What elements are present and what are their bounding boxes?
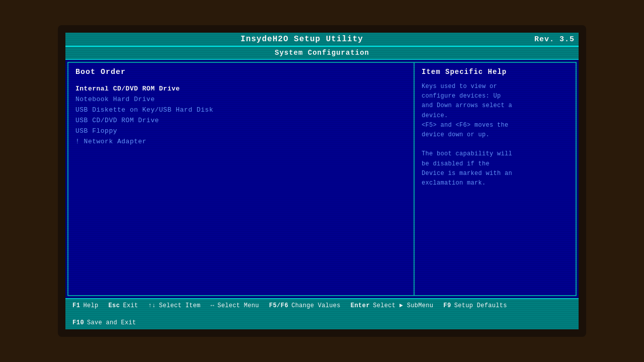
help-line-7: The boot capability will (422, 150, 512, 157)
boot-item-4[interactable]: USB Floppy (75, 126, 407, 136)
app-title: InsydeH2O Setup Utility (69, 35, 534, 44)
footer-item-f10: F10 Save and Exit (72, 319, 136, 326)
key-ud: ↑↓ (148, 302, 156, 309)
help-line-3: device. (422, 112, 448, 119)
help-line-4: <F5> and <F6> moves the (422, 122, 509, 129)
boot-item-2[interactable]: USB Diskette on Key/USB Hard Disk (75, 105, 407, 115)
desc-lr: Select Menu (217, 302, 259, 309)
key-f9: F9 (443, 302, 451, 309)
footer-item-ud: ↑↓ Select Item (148, 302, 201, 309)
desc-f10: Save and Exit (87, 319, 136, 326)
help-line-5: device down or up. (422, 131, 490, 138)
key-f5f6: F5/F6 (269, 302, 289, 309)
help-line-1: configure devices: Up (422, 93, 501, 100)
header-bar: InsydeH2O Setup Utility Rev. 3.5 (65, 33, 579, 47)
main-content-area: Boot Order Internal CD/DVD ROM Drive Not… (67, 62, 577, 296)
right-panel: Item Specific Help Keys used to view or … (415, 63, 576, 295)
help-line-8: be disabled if the (422, 160, 490, 167)
key-enter: Enter (351, 302, 370, 309)
footer-item-f1: F1 Help (72, 302, 98, 309)
section-title: Boot Order (75, 68, 407, 76)
help-line-0: Keys used to view or (422, 83, 497, 90)
footer-item-f9: F9 Setup Defaults (443, 302, 507, 309)
sub-header-bar: System Configuration (65, 47, 579, 60)
desc-ud: Select Item (159, 302, 201, 309)
boot-item-5[interactable]: ! Network Adapter (75, 136, 407, 147)
help-content: Keys used to view or configure devices: … (422, 82, 569, 188)
key-lr: ↔ (210, 302, 214, 309)
key-f1: F1 (72, 302, 80, 309)
desc-f1: Help (83, 302, 98, 309)
footer-item-enter: Enter Select ► SubMenu (351, 302, 434, 309)
key-f10: F10 (72, 319, 84, 326)
help-title: Item Specific Help (422, 68, 569, 76)
desc-f9: Setup Defaults (454, 302, 507, 309)
footer-item-lr: ↔ Select Menu (210, 302, 259, 309)
footer-item-esc: Esc Exit (108, 302, 138, 309)
left-panel: Boot Order Internal CD/DVD ROM Drive Not… (68, 63, 415, 295)
boot-item-3[interactable]: USB CD/DVD ROM Drive (75, 115, 407, 126)
footer-bar: F1 Help Esc Exit ↑↓ Select Item ↔ Select… (65, 298, 579, 329)
desc-f5f6: Change Values (291, 302, 341, 309)
help-line-9: Device is marked with an (422, 170, 512, 177)
subtitle-label: System Configuration (275, 49, 369, 57)
laptop-bezel: InsydeH2O Setup Utility Rev. 3.5 System … (58, 25, 586, 337)
bios-screen: InsydeH2O Setup Utility Rev. 3.5 System … (65, 33, 579, 329)
help-line-10: exclamation mark. (422, 179, 486, 187)
boot-item-0[interactable]: Internal CD/DVD ROM Drive (75, 83, 407, 94)
key-esc: Esc (108, 302, 120, 309)
footer-item-f5f6: F5/F6 Change Values (269, 302, 341, 309)
help-line-2: and Down arrows select a (422, 102, 512, 109)
boot-item-1[interactable]: Notebook Hard Drive (75, 94, 407, 105)
desc-esc: Exit (123, 302, 138, 309)
desc-enter: Select ► SubMenu (373, 302, 433, 309)
revision-label: Rev. 3.5 (534, 35, 575, 44)
